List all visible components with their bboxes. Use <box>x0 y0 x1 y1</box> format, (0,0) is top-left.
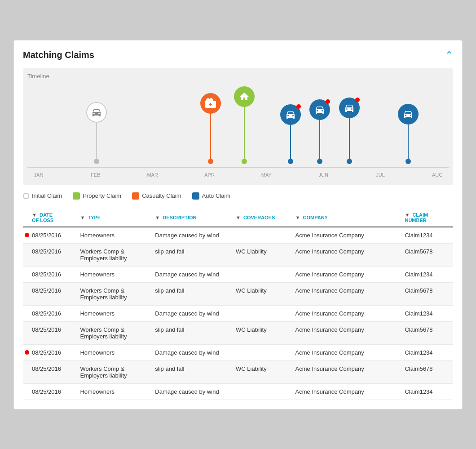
cell-coverages <box>232 305 292 321</box>
timeline-icon-blue3 <box>339 98 360 118</box>
timeline-section: Timeline <box>23 68 453 185</box>
table-row: 08/25/2016HomeownersDamage caused by win… <box>23 344 453 360</box>
timeline-dot-blue2 <box>317 159 322 164</box>
timeline-area: JAN FEB MAR APR MAY JUN JUL AUG <box>27 82 449 181</box>
timeline-icon-initial <box>86 102 107 123</box>
table-row: 08/25/2016Workers Comp & Employers liabi… <box>23 243 453 266</box>
sort-arrow-coverages: ▼ <box>236 215 241 220</box>
timeline-item-apr-orange <box>200 93 221 164</box>
legend-label-casualty: Casualty Claim <box>142 192 181 199</box>
timeline-stem-blue3 <box>349 118 350 159</box>
matching-claims-card: Matching Claims ⌃ Timeline <box>13 40 463 409</box>
timeline-dot-orange <box>208 159 213 164</box>
cell-company: Acme Insurance Company <box>292 227 401 244</box>
legend-icon-initial <box>23 193 29 199</box>
alert-dot-2 <box>326 99 330 104</box>
month-labels: JAN FEB MAR APR MAY JUN JUL AUG <box>27 172 449 178</box>
legend: Initial Claim Property Claim Casualty Cl… <box>23 192 453 200</box>
table-row: 08/25/2016Workers Comp & Employers liabi… <box>23 360 453 383</box>
cell-claim-number: Claim1234 <box>401 227 453 244</box>
cell-type: Homeowners <box>76 305 151 321</box>
cell-description: slip and fall <box>151 282 232 305</box>
col-company[interactable]: ▼ COMPANY <box>292 209 401 227</box>
month-apr: APR <box>203 172 216 178</box>
cell-coverages <box>232 344 292 360</box>
table-header-row: ▼ DATEOF LOSS ▼ TYPE ▼ DESCRIPTION ▼ COV… <box>23 209 453 227</box>
legend-casualty: Casualty Claim <box>132 192 181 200</box>
cell-date: 08/25/2016 <box>23 282 76 305</box>
timeline-dot-blue1 <box>288 159 293 164</box>
table-row: 08/25/2016HomeownersDamage caused by win… <box>23 305 453 321</box>
sort-arrow-description: ▼ <box>155 215 160 220</box>
cell-claim-number: Claim1234 <box>401 344 453 360</box>
timeline-dot-blue3 <box>347 159 352 164</box>
timeline-dot <box>94 159 99 164</box>
timeline-stem-orange <box>210 114 211 159</box>
cell-claim-number: Claim5678 <box>401 243 453 266</box>
month-jun: JUN <box>317 172 330 178</box>
month-jul: JUL <box>374 172 387 178</box>
sort-arrow-type: ▼ <box>80 215 85 220</box>
cell-type: Workers Comp & Employers liability <box>76 360 151 383</box>
month-aug: AUG <box>431 172 444 178</box>
timeline-icon-blue2 <box>309 99 330 120</box>
cell-type: Homeowners <box>76 227 151 244</box>
cell-claim-number: Claim1234 <box>401 305 453 321</box>
cell-company: Acme Insurance Company <box>292 266 401 282</box>
timeline-stem-blue1 <box>290 125 291 159</box>
timeline-item-jun2 <box>309 99 330 164</box>
cell-type: Homeowners <box>76 383 151 400</box>
cell-company: Acme Insurance Company <box>292 282 401 305</box>
cell-claim-number: Claim5678 <box>401 360 453 383</box>
legend-auto: Auto Claim <box>192 192 231 200</box>
cell-description: Damage caused by wind <box>151 383 232 400</box>
timeline-axis <box>27 167 449 168</box>
alert-dot <box>296 104 301 109</box>
table-row: 08/25/2016Workers Comp & Employers liabi… <box>23 282 453 305</box>
timeline-icon-blue4 <box>398 104 419 124</box>
timeline-dot-blue4 <box>405 159 411 164</box>
legend-icon-casualty <box>132 192 139 200</box>
cell-type: Homeowners <box>76 344 151 360</box>
page-title: Matching Claims <box>23 50 94 60</box>
legend-icon-property <box>73 192 80 200</box>
cell-company: Acme Insurance Company <box>292 344 401 360</box>
cell-claim-number: Claim5678 <box>401 321 453 344</box>
table-row: 08/25/2016Workers Comp & Employers liabi… <box>23 321 453 344</box>
timeline-stem-blue4 <box>408 124 409 159</box>
card-header: Matching Claims ⌃ <box>23 49 453 61</box>
cell-claim-number: Claim1234 <box>401 266 453 282</box>
col-coverages[interactable]: ▼ COVERAGES <box>232 209 292 227</box>
cell-description: Damage caused by wind <box>151 266 232 282</box>
cell-company: Acme Insurance Company <box>292 305 401 321</box>
cell-company: Acme Insurance Company <box>292 321 401 344</box>
cell-type: Workers Comp & Employers liability <box>76 321 151 344</box>
sort-arrow-date: ▼ <box>32 212 37 218</box>
col-date[interactable]: ▼ DATEOF LOSS <box>23 209 76 227</box>
col-type[interactable]: ▼ TYPE <box>76 209 151 227</box>
timeline-stem-green <box>244 107 245 159</box>
cell-date: 08/25/2016 <box>23 305 76 321</box>
cell-date: 08/25/2016 <box>23 344 76 360</box>
legend-label-property: Property Claim <box>83 192 121 199</box>
col-description[interactable]: ▼ DESCRIPTION <box>151 209 232 227</box>
cell-description: Damage caused by wind <box>151 227 232 244</box>
alert-dot-3 <box>355 98 360 102</box>
cell-description: slip and fall <box>151 243 232 266</box>
cell-coverages <box>232 266 292 282</box>
cell-coverages: WC Liability <box>232 360 292 383</box>
cell-date: 08/25/2016 <box>23 266 76 282</box>
col-claim-number[interactable]: ▼ CLAIMNUMBER <box>401 209 453 227</box>
cell-claim-number: Claim1234 <box>401 383 453 400</box>
month-feb: FEB <box>89 172 102 178</box>
collapse-button[interactable]: ⌃ <box>445 49 453 61</box>
cell-date: 08/25/2016 <box>23 360 76 383</box>
cell-description: Damage caused by wind <box>151 305 232 321</box>
sort-arrow-claim: ▼ <box>405 212 410 218</box>
cell-coverages <box>232 227 292 244</box>
cell-type: Workers Comp & Employers liability <box>76 282 151 305</box>
col-label-description: DESCRIPTION <box>163 215 196 220</box>
month-jan: JAN <box>32 172 45 178</box>
timeline-icon-blue1 <box>280 104 301 125</box>
cell-company: Acme Insurance Company <box>292 243 401 266</box>
